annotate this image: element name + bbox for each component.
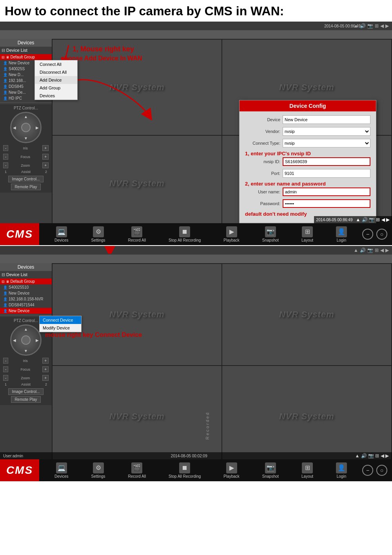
ptz-focus-minus-1[interactable]: - bbox=[3, 154, 8, 160]
sidebar-item-new-device-2[interactable]: 👤 New Device bbox=[0, 290, 52, 296]
toolbar-layout-1[interactable]: ⊞ Layout bbox=[301, 226, 313, 242]
toolbar-items-1: 💻 Devices ⚙ Settings 🎬 Record All ⏹ Stop… bbox=[39, 226, 362, 242]
ptz-iris-label-1: Iris bbox=[23, 146, 28, 150]
topbar-icon-4: ⊞ bbox=[375, 23, 379, 29]
toolbar-minimize-2[interactable]: − bbox=[362, 465, 373, 476]
topbar-icon-2-3: 📷 bbox=[367, 247, 373, 253]
ptz-iris-row-2: - Iris + bbox=[2, 357, 50, 364]
dialog-connect-select[interactable]: nvsip bbox=[283, 139, 370, 147]
topbar-1: 2014-08-05 00:86:49 ▲ 🔊 📷 ⊞ ◀ ▶ bbox=[0, 22, 392, 30]
dialog-device-input[interactable] bbox=[283, 115, 370, 124]
image-control-btn-1[interactable]: Image Control... bbox=[8, 176, 43, 182]
status-bar-2: User:admin 2014-08-05 00:02:09 ▲ 🔊 📷 ⊞ ◀… bbox=[0, 452, 392, 459]
ptz-zoom-minus-2[interactable]: - bbox=[3, 375, 8, 381]
dialog-username-input[interactable] bbox=[283, 187, 370, 196]
dialog-body: Device Vendor: nvsip Connect Type: nvsip… bbox=[240, 111, 376, 222]
toolbar-close-2[interactable]: ○ bbox=[376, 465, 387, 476]
ptz-iris-minus-1[interactable]: - bbox=[3, 145, 8, 151]
ptz-focus-plus-2[interactable]: + bbox=[42, 366, 49, 372]
toolbar-settings-1[interactable]: ⚙ Settings bbox=[91, 226, 105, 242]
dialog-port-label: Port: bbox=[245, 171, 280, 176]
ptz-iris-plus-1[interactable]: + bbox=[42, 145, 49, 151]
topbar-icon-2-6: ▶ bbox=[385, 247, 389, 253]
ptz-left-2: ◀ bbox=[13, 338, 16, 342]
playback-icon-2: ▶ bbox=[226, 462, 237, 473]
toolbar-playback-1[interactable]: ▶ Playback bbox=[223, 226, 240, 242]
ptz-zoom-plus-1[interactable]: + bbox=[42, 162, 49, 168]
sidebar-item-s40025510[interactable]: 👤 S40025510 bbox=[0, 284, 52, 290]
dialog-port-input[interactable] bbox=[283, 169, 370, 178]
dialog-vendor-select[interactable]: nvsip bbox=[283, 127, 370, 136]
toolbar-close-1[interactable]: ○ bbox=[376, 229, 387, 240]
toolbar-stop-recording-1[interactable]: ⏹ Stop All Recording bbox=[169, 226, 201, 242]
sidebar-item-new-device-3[interactable]: 👤 New Device bbox=[0, 308, 52, 314]
ptz-wheel-2[interactable]: ▲ ▼ ◀ ▶ bbox=[10, 324, 42, 356]
default-group-2[interactable]: ⊟ 🖥 Default Group bbox=[0, 278, 52, 284]
dialog-device-label: Device bbox=[245, 117, 280, 122]
connect-device-menu[interactable]: Connect Device Modify Device bbox=[39, 316, 82, 332]
device-list-title-1: ⊟ Device List bbox=[0, 47, 52, 54]
toolbar-settings-label-2: Settings bbox=[91, 474, 105, 479]
ptz-zoom-minus-1[interactable]: - bbox=[3, 162, 8, 168]
ptz-right-1: ▶ bbox=[36, 126, 39, 130]
image-control-btn-2[interactable]: Image Control... bbox=[8, 388, 43, 395]
ptz-focus-minus-2[interactable]: - bbox=[3, 366, 8, 372]
ptz-iris-minus-2[interactable]: - bbox=[3, 358, 8, 364]
context-devices[interactable]: Devices bbox=[35, 92, 77, 100]
default-group-1[interactable]: ⊟ 🖥 Default Group bbox=[0, 54, 52, 60]
remote-play-btn-2[interactable]: Remote Play bbox=[11, 396, 40, 403]
ptz-assist-label-1: Assist bbox=[21, 170, 31, 174]
topbar-icon-2-5: ◀ bbox=[380, 247, 384, 253]
sidebar-item-dds84571544[interactable]: 👤 DDS84571544 bbox=[0, 302, 52, 308]
toolbar-login-1[interactable]: 👤 Login bbox=[336, 226, 347, 242]
toolbar-layout-2[interactable]: ⊞ Layout bbox=[301, 462, 313, 479]
toolbar-devices-1[interactable]: 💻 Devices bbox=[54, 226, 69, 242]
cms-logo-1: CMS bbox=[0, 223, 39, 245]
annotation-mouse-right-key: 1, Mouse right key bbox=[73, 45, 134, 53]
toolbar-snapshot-2[interactable]: 📷 Snapshot bbox=[262, 462, 279, 479]
context-add-device[interactable]: Add Device bbox=[35, 76, 77, 84]
toolbar-right-1: − ○ bbox=[362, 229, 392, 240]
settings-icon-1: ⚙ bbox=[93, 226, 104, 237]
camera-icon-1: 👤 bbox=[3, 61, 7, 65]
toolbar-playback-2[interactable]: ▶ Playback bbox=[223, 462, 240, 479]
ptz-iris-plus-2[interactable]: + bbox=[42, 358, 49, 364]
toolbar-record-all-1[interactable]: 🎬 Record All bbox=[128, 226, 146, 242]
dialog-username-label: User name: bbox=[245, 189, 280, 194]
toolbar-right-2: − ○ bbox=[362, 465, 392, 476]
ptz-focus-plus-1[interactable]: + bbox=[42, 154, 49, 160]
context-menu-1[interactable]: Connect All Disconnect All Add Device Ad… bbox=[34, 60, 78, 100]
topbar-icons-2: ▲ 🔊 📷 ⊞ ◀ ▶ bbox=[354, 247, 389, 253]
toolbar-login-2[interactable]: 👤 Login bbox=[336, 462, 347, 479]
recorded-box: Recorded bbox=[194, 410, 221, 441]
ptz-up-1: ▲ bbox=[24, 115, 28, 119]
toolbar-devices-2[interactable]: 💻 Devices bbox=[54, 462, 69, 479]
connect-device-item[interactable]: Connect Device bbox=[40, 316, 81, 324]
remote-play-btn-1[interactable]: Remote Play bbox=[11, 184, 40, 190]
camera-icon-2-4: 👤 bbox=[3, 303, 7, 307]
context-disconnect-all[interactable]: Disconnect All bbox=[35, 68, 77, 76]
context-add-group[interactable]: Add Group bbox=[35, 84, 77, 92]
context-connect-all[interactable]: Connect All bbox=[35, 60, 77, 68]
toolbar-settings-2[interactable]: ⚙ Settings bbox=[91, 462, 105, 479]
dialog-password-input[interactable] bbox=[283, 199, 370, 208]
snapshot-icon-1: 📷 bbox=[265, 226, 276, 237]
dialog-nvsip-input[interactable] bbox=[283, 157, 370, 166]
ptz-assist-num1-1: 1 bbox=[5, 170, 7, 174]
topbar-2: ▲ 🔊 📷 ⊞ ◀ ▶ bbox=[0, 246, 392, 255]
sidebar-item-192-nvr[interactable]: 👤 192.168.0.158-NVR bbox=[0, 296, 52, 302]
modify-device-item[interactable]: Modify Device bbox=[40, 324, 81, 332]
toolbar-snapshot-1[interactable]: 📷 Snapshot bbox=[262, 226, 279, 242]
ptz-focus-row-2: - Focus + bbox=[2, 366, 50, 373]
toolbar-minimize-1[interactable]: − bbox=[362, 229, 373, 240]
ptz-wheel-1[interactable]: ▲ ▼ ◀ ▶ bbox=[10, 112, 42, 143]
toolbar-record-all-2[interactable]: 🎬 Record All bbox=[128, 462, 146, 479]
toolbar-record-all-label-1: Record All bbox=[128, 238, 146, 242]
annotation-userpass: 2, enter user name and password bbox=[245, 181, 370, 187]
ptz-up-2: ▲ bbox=[24, 327, 28, 331]
toolbar-layout-label-2: Layout bbox=[301, 474, 313, 479]
dialog-vendor-row: Vendor: nvsip bbox=[245, 127, 370, 136]
ptz-zoom-plus-2[interactable]: + bbox=[42, 375, 49, 381]
toolbar-stop-recording-2[interactable]: ⏹ Stop All Recording bbox=[169, 462, 201, 479]
user-label-2: User:admin bbox=[3, 454, 23, 458]
